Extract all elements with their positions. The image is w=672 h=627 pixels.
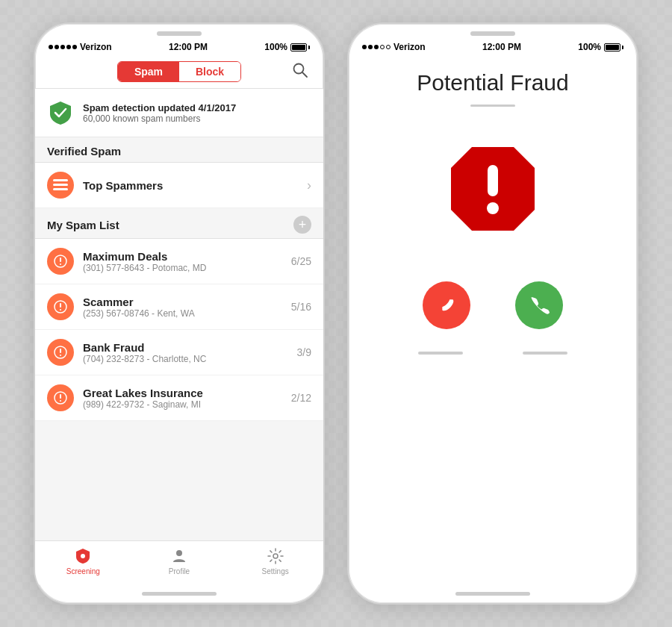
spam-detail-2: (704) 232-8273 - Charlotte, NC bbox=[83, 354, 288, 364]
accept-label-bar bbox=[523, 352, 567, 355]
svg-point-19 bbox=[273, 554, 278, 558]
dot-2 bbox=[55, 45, 59, 49]
dot2-5 bbox=[386, 45, 391, 49]
nav-settings[interactable]: Settings bbox=[227, 547, 323, 575]
dot-1 bbox=[49, 45, 53, 49]
carrier-2: Verizon bbox=[393, 42, 426, 52]
spam-items-list: Maximum Deals (301) 577-8643 - Potomac, … bbox=[35, 239, 323, 421]
spam-text-1: Scammer (253) 567-08746 - Kent, WA bbox=[83, 296, 282, 319]
decline-label-bar bbox=[418, 352, 463, 355]
block-tab[interactable]: Block bbox=[179, 62, 240, 81]
settings-label: Settings bbox=[262, 567, 289, 575]
call-buttons bbox=[423, 281, 563, 329]
spam-detail-3: (989) 422-9732 - Saginaw, MI bbox=[83, 399, 282, 410]
carrier-1: Verizon bbox=[80, 42, 112, 52]
search-button[interactable] bbox=[292, 62, 308, 81]
svg-point-13 bbox=[60, 355, 61, 356]
home-bar-2[interactable] bbox=[455, 592, 530, 596]
svg-point-17 bbox=[81, 554, 85, 558]
dot2-2 bbox=[368, 45, 373, 49]
status-left-2: Verizon bbox=[362, 42, 426, 52]
status-bar-1: Verizon 12:00 PM 100% bbox=[35, 39, 323, 55]
verified-spam-section: Verified Spam bbox=[35, 137, 323, 163]
list-item[interactable]: Maximum Deals (301) 577-8643 - Potomac, … bbox=[35, 239, 323, 284]
spam-text-0: Maximum Deals (301) 577-8643 - Potomac, … bbox=[83, 250, 282, 273]
my-spam-list-header: My Spam List + bbox=[35, 208, 323, 239]
update-title: Spam detection updated 4/1/2017 bbox=[83, 102, 236, 113]
spam-name-3: Great Lakes Insurance bbox=[83, 387, 282, 399]
speaker-bar bbox=[157, 31, 202, 36]
time-1: 12:00 PM bbox=[169, 42, 208, 52]
screening-icon bbox=[74, 547, 92, 565]
spam-icon-3 bbox=[47, 384, 74, 411]
dot-4 bbox=[66, 45, 71, 49]
bottom-nav: Screening Profile Settin bbox=[35, 540, 323, 584]
profile-icon bbox=[170, 547, 188, 565]
svg-rect-4 bbox=[53, 188, 68, 190]
decline-icon bbox=[435, 294, 458, 316]
home-bar-1[interactable] bbox=[142, 592, 217, 596]
add-spam-button[interactable]: + bbox=[293, 216, 311, 234]
dot2-1 bbox=[362, 45, 367, 49]
signal-dots-2 bbox=[362, 45, 391, 49]
spam-count-1: 5/16 bbox=[291, 301, 311, 313]
top-spammers-label: Top Spammers bbox=[83, 179, 298, 192]
spam-text-2: Bank Fraud (704) 232-8273 - Charlotte, N… bbox=[83, 341, 288, 364]
exclamation-icon-1 bbox=[54, 300, 67, 314]
nav-profile[interactable]: Profile bbox=[131, 547, 228, 575]
top-spammers-item[interactable]: Top Spammers › bbox=[35, 163, 323, 208]
spam-count-0: 6/25 bbox=[291, 255, 311, 267]
battery-icon-1 bbox=[290, 43, 310, 52]
svg-rect-21 bbox=[488, 165, 498, 196]
svg-line-1 bbox=[302, 72, 307, 77]
phone-1-content: Spam Block Spam detection updated 4/1/20… bbox=[35, 55, 323, 584]
fraud-octagon-icon bbox=[441, 137, 545, 241]
list-item[interactable]: Bank Fraud (704) 232-8273 - Charlotte, N… bbox=[35, 330, 323, 375]
svg-point-7 bbox=[60, 263, 61, 265]
segment-control[interactable]: Spam Block bbox=[117, 61, 241, 82]
person-nav-icon bbox=[170, 547, 188, 565]
dot2-3 bbox=[374, 45, 379, 49]
svg-rect-9 bbox=[60, 303, 61, 308]
status-right-2: 100% bbox=[578, 42, 623, 52]
shield-icon bbox=[47, 99, 74, 126]
call-btn-labels bbox=[418, 352, 567, 355]
phone-bottom-1 bbox=[35, 584, 323, 603]
phone-top bbox=[35, 24, 323, 39]
status-right-1: 100% bbox=[264, 42, 310, 52]
svg-rect-6 bbox=[60, 258, 61, 262]
svg-point-22 bbox=[487, 202, 499, 214]
update-subtitle: 60,000 known spam numbers bbox=[83, 113, 236, 124]
spam-name-2: Bank Fraud bbox=[83, 341, 288, 354]
list-item[interactable]: Scammer (253) 567-08746 - Kent, WA 5/16 bbox=[35, 284, 323, 330]
update-text: Spam detection updated 4/1/2017 60,000 k… bbox=[83, 102, 236, 124]
screening-label: Screening bbox=[66, 567, 100, 575]
fraud-title: Potential Fraud bbox=[417, 70, 568, 96]
spam-tab[interactable]: Spam bbox=[118, 62, 179, 81]
status-left: Verizon bbox=[49, 42, 112, 52]
accept-button[interactable] bbox=[515, 281, 563, 329]
phone-top-2 bbox=[349, 24, 637, 39]
dot-5 bbox=[72, 45, 77, 49]
list-icon-lines bbox=[47, 172, 74, 199]
list-item[interactable]: Great Lakes Insurance (989) 422-9732 - S… bbox=[35, 375, 323, 421]
nav-screening[interactable]: Screening bbox=[35, 547, 131, 575]
spam-count-3: 2/12 bbox=[291, 392, 311, 404]
accept-icon bbox=[528, 294, 550, 316]
speaker-bar-2 bbox=[470, 31, 515, 36]
dot-3 bbox=[60, 45, 65, 49]
decline-button[interactable] bbox=[423, 281, 470, 329]
svg-point-18 bbox=[176, 550, 182, 556]
fraud-screen: Potential Fraud bbox=[349, 55, 637, 584]
battery-pct-1: 100% bbox=[264, 42, 287, 52]
exclamation-icon-2 bbox=[54, 346, 67, 359]
battery-pct-2: 100% bbox=[578, 42, 601, 52]
exclamation-icon-0 bbox=[54, 255, 67, 268]
segment-bar: Spam Block bbox=[35, 55, 323, 89]
phone-2: Verizon 12:00 PM 100% Potential Fraud bbox=[347, 22, 638, 605]
settings-icon bbox=[267, 547, 284, 565]
time-2: 12:00 PM bbox=[482, 42, 521, 52]
svg-rect-12 bbox=[60, 349, 61, 353]
fraud-divider bbox=[470, 104, 515, 107]
search-icon bbox=[292, 62, 308, 78]
